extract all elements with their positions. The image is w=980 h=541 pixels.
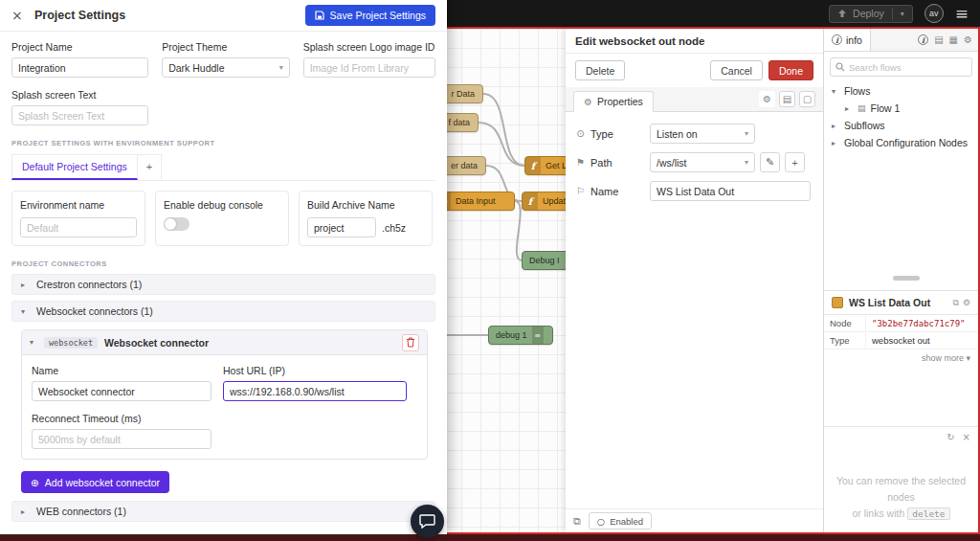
tab-default-project-settings[interactable]: Default Project Settings bbox=[11, 154, 138, 180]
debug-icon[interactable]: ▦ bbox=[949, 34, 958, 45]
reconnect-timeout-label: Reconnect Timeout (ms) bbox=[32, 413, 417, 424]
accordion-label: Crestron connectors (1) bbox=[36, 279, 142, 290]
flow-node[interactable]: debug 1≡ bbox=[488, 326, 553, 345]
node-name-input[interactable] bbox=[650, 181, 811, 201]
deploy-label: Deploy bbox=[853, 8, 884, 19]
done-button[interactable]: Done bbox=[768, 60, 813, 80]
debug-toggle-grip[interactable]: ≡ bbox=[532, 327, 544, 344]
bookmark-icon: ⚑ bbox=[575, 157, 586, 168]
show-more-link[interactable]: show more ▾ bbox=[824, 349, 978, 367]
expand-icon[interactable]: ▢ bbox=[799, 91, 815, 107]
add-path-button[interactable]: + bbox=[785, 152, 805, 172]
enabled-label: Enabled bbox=[610, 516, 643, 527]
notes-icon[interactable]: ▤ bbox=[779, 91, 795, 107]
flow-node[interactable]: Debug I bbox=[522, 251, 566, 270]
tree-scrollbar[interactable] bbox=[893, 276, 920, 281]
host-url-input[interactable] bbox=[223, 381, 407, 401]
close-icon[interactable]: × bbox=[963, 432, 970, 442]
accordion-web-connectors[interactable]: ▸ WEB connectors (1) bbox=[11, 501, 435, 522]
flow-node[interactable]: fUpdat bbox=[522, 192, 566, 211]
project-name-input[interactable] bbox=[11, 57, 148, 78]
close-icon[interactable]: × bbox=[11, 8, 27, 23]
build-archive-input[interactable] bbox=[307, 217, 376, 237]
path-select[interactable]: /ws/list▾ bbox=[650, 152, 755, 172]
node-info-table: Node "3b2be77dabc71c79" Type websocket o… bbox=[824, 314, 978, 349]
project-theme-select[interactable]: Dark Huddle ▾ bbox=[162, 57, 290, 78]
menu-icon[interactable]: ≡ bbox=[955, 6, 969, 22]
right-sidebar: i info i ▤ ▦ ⚙ ▾ Flows ▸ ▤ Flow 1 bbox=[823, 29, 978, 532]
path-label: ⚑Path bbox=[575, 157, 650, 169]
add-websocket-connector-button[interactable]: ⊕ Add websocket connector bbox=[21, 471, 169, 493]
bottom-strip bbox=[0, 534, 980, 541]
edit-panel-buttons: Delete Cancel Done bbox=[566, 54, 823, 87]
chevron-right-icon[interactable]: ▸ bbox=[832, 122, 839, 130]
tree-label: Subflows bbox=[844, 120, 885, 131]
environment-name-input[interactable] bbox=[20, 217, 137, 237]
tree-item-global-config[interactable]: ▸ Global Configuration Nodes bbox=[824, 134, 978, 151]
websocket-card-body: Name Host URL (IP) Reconnect Timeout (ms… bbox=[22, 355, 427, 459]
splash-text-label: Splash screen Text bbox=[11, 89, 435, 101]
info-icon[interactable]: i bbox=[918, 34, 928, 45]
splash-logo-input[interactable] bbox=[303, 57, 435, 78]
debug-console-card: Enable debug console bbox=[155, 191, 289, 246]
delete-connector-button[interactable] bbox=[402, 334, 419, 351]
flow-node[interactable]: fGet L bbox=[524, 156, 566, 175]
chevron-down-icon: ▾ bbox=[279, 63, 283, 72]
chat-fab-button[interactable] bbox=[411, 505, 444, 538]
project-name-label: Project Name bbox=[11, 41, 148, 53]
node-label: er data bbox=[451, 161, 478, 170]
connector-name-input[interactable] bbox=[32, 381, 212, 401]
tree-item-flows[interactable]: ▾ Flows bbox=[824, 82, 978, 100]
chevron-down-icon[interactable]: ▾ bbox=[832, 87, 839, 96]
delete-button[interactable]: Delete bbox=[575, 60, 625, 80]
gear-icon[interactable]: ⚙ bbox=[964, 34, 972, 45]
chevron-down-icon: ▾ bbox=[745, 158, 748, 167]
chevron-down-icon: ▾ bbox=[30, 338, 37, 347]
help-book-icon[interactable]: ▤ bbox=[934, 34, 943, 45]
delete-key-badge: delete bbox=[907, 507, 949, 520]
enabled-toggle[interactable]: ○ Enabled bbox=[589, 512, 652, 530]
accordion-crestron-connectors[interactable]: ▸ Crestron connectors (1) bbox=[11, 274, 435, 295]
name-label: ⚐Name bbox=[575, 186, 650, 197]
type-select[interactable]: Listen on▾ bbox=[650, 124, 755, 144]
tips-controls: ↻ × bbox=[947, 432, 970, 442]
save-project-settings-button[interactable]: Save Project Settings bbox=[305, 5, 435, 26]
project-settings-modal: × Project Settings Save Project Settings… bbox=[0, 0, 447, 534]
reconnect-timeout-input[interactable] bbox=[32, 429, 212, 449]
debug-console-toggle[interactable] bbox=[164, 217, 189, 231]
avatar[interactable]: av bbox=[924, 4, 944, 23]
node-action-icon[interactable]: ⧉ bbox=[573, 515, 581, 528]
accordion-websocket-connectors[interactable]: ▾ Websocket connectors (1) bbox=[11, 301, 435, 322]
search-flows-input[interactable] bbox=[849, 59, 954, 75]
search-flows-box[interactable] bbox=[830, 57, 972, 77]
websocket-card-header[interactable]: ▾ websocket Websocket connector bbox=[22, 330, 427, 355]
edit-node-panel: Edit websocket out node Delete Cancel Do… bbox=[566, 29, 823, 532]
edit-node-form: ⊙Type Listen on▾ ⚑Path /ws/list▾ ✎ + ⚐Na… bbox=[566, 112, 823, 221]
host-url-label: Host URL (IP) bbox=[223, 365, 407, 376]
cancel-button[interactable]: Cancel bbox=[710, 60, 763, 80]
gear-icon[interactable]: ⚙ bbox=[963, 298, 970, 308]
deploy-caret-icon[interactable]: ▾ bbox=[901, 10, 904, 18]
splash-text-input[interactable] bbox=[11, 105, 148, 125]
edit-path-button[interactable]: ✎ bbox=[760, 152, 780, 172]
add-environment-tab[interactable]: + bbox=[138, 154, 162, 180]
type-select-value: Listen on bbox=[657, 128, 698, 140]
tab-properties[interactable]: ⚙ Properties bbox=[573, 91, 654, 112]
node-label: f data bbox=[448, 118, 470, 127]
chevron-right-icon: ▸ bbox=[21, 507, 29, 516]
tree-item-subflows[interactable]: ▸ Subflows bbox=[824, 117, 978, 134]
info-icon: i bbox=[832, 34, 842, 45]
environment-name-card: Environment name bbox=[11, 191, 145, 246]
refresh-icon[interactable]: ↻ bbox=[947, 432, 954, 442]
chevron-right-icon[interactable]: ▸ bbox=[832, 139, 839, 147]
environment-tabs: Default Project Settings + bbox=[11, 154, 435, 181]
chevron-right-icon[interactable]: ▸ bbox=[845, 104, 853, 113]
tree-label: Flows bbox=[844, 85, 870, 97]
copy-icon[interactable]: ⧉ bbox=[952, 298, 958, 308]
tab-info[interactable]: i info bbox=[824, 29, 871, 51]
deploy-button[interactable]: Deploy ▾ bbox=[829, 5, 913, 23]
tree-item-flow-1[interactable]: ▸ ▤ Flow 1 bbox=[824, 100, 978, 117]
type-row: ⊙Type Listen on▾ bbox=[575, 124, 813, 144]
tree-label: Global Configuration Nodes bbox=[844, 137, 968, 148]
gear-icon[interactable]: ⚙ bbox=[759, 91, 775, 107]
